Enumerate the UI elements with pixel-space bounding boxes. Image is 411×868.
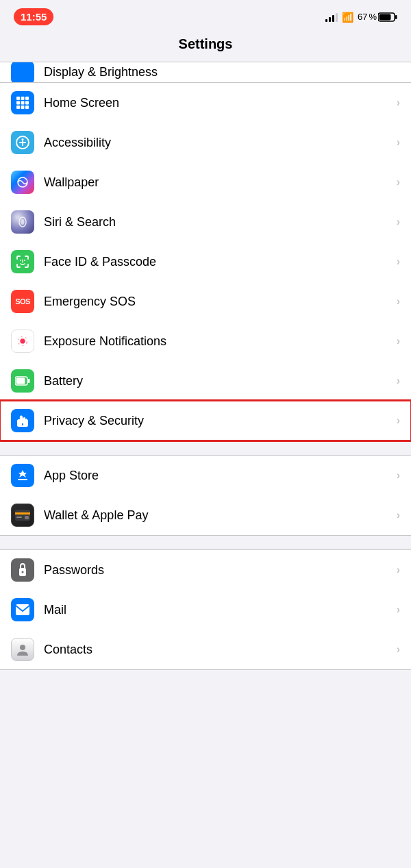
home-screen-label: Home Screen (44, 96, 397, 110)
siri-icon (11, 210, 34, 234)
battery-chevron: › (397, 375, 400, 387)
passwords-label: Passwords (44, 563, 397, 578)
siri-chevron: › (397, 216, 400, 228)
svg-rect-1 (395, 15, 397, 19)
contacts-icon (11, 638, 34, 661)
section-apps-group: Passwords › Mail › Contacts › (0, 549, 411, 670)
svg-rect-31 (25, 516, 29, 519)
setting-row-wallpaper[interactable]: Wallpaper › (0, 162, 411, 202)
privacy-chevron: › (397, 414, 400, 427)
section-list-store: App Store › Wallet & Apple Pay › (0, 455, 411, 536)
battery-icon (11, 369, 34, 393)
mail-chevron: › (397, 604, 400, 616)
passwords-icon (11, 558, 34, 582)
emergency-sos-label: Emergency SOS (44, 295, 397, 309)
display-brightness-icon (11, 62, 34, 83)
exposure-chevron: › (397, 335, 400, 347)
setting-row-wallet[interactable]: Wallet & Apple Pay › (0, 495, 411, 535)
svg-point-13 (22, 138, 24, 140)
mail-icon (11, 598, 34, 621)
svg-point-20 (24, 260, 25, 261)
accessibility-label: Accessibility (44, 136, 397, 150)
contacts-chevron: › (397, 643, 400, 656)
face-id-icon (11, 250, 34, 273)
app-store-chevron: › (397, 469, 400, 482)
section-display-group: Display & Brightness Home Screen (0, 62, 411, 441)
svg-rect-9 (16, 106, 20, 109)
setting-row-home-screen[interactable]: Home Screen › (0, 83, 411, 123)
emergency-sos-chevron: › (397, 295, 400, 308)
page-title: Settings (0, 31, 411, 62)
svg-rect-5 (25, 97, 29, 100)
face-id-label: Face ID & Passcode (44, 255, 397, 269)
home-screen-icon (11, 91, 34, 114)
wallpaper-label: Wallpaper (44, 175, 397, 190)
setting-row-contacts[interactable]: Contacts › (0, 630, 411, 669)
setting-row-mail[interactable]: Mail › (0, 590, 411, 630)
accessibility-chevron: › (397, 136, 400, 149)
svg-rect-3 (16, 97, 20, 100)
svg-rect-8 (25, 101, 29, 105)
home-screen-chevron: › (397, 97, 400, 109)
svg-rect-6 (16, 101, 20, 105)
section-list-apps: Passwords › Mail › Contacts › (0, 549, 411, 670)
app-store-label: App Store (44, 469, 397, 483)
setting-row-accessibility[interactable]: Accessibility › (0, 123, 411, 162)
battery-shape (378, 12, 397, 22)
setting-row-app-store[interactable]: App Store › (0, 456, 411, 495)
section-list-display: Display & Brightness Home Screen (0, 62, 411, 441)
svg-rect-30 (15, 512, 30, 514)
status-time: 11:55 (14, 8, 53, 25)
signal-icon (325, 12, 338, 22)
section-store-group: App Store › Wallet & Apple Pay › (0, 455, 411, 536)
wallpaper-icon (11, 171, 34, 194)
accessibility-icon (11, 131, 34, 154)
battery-status-icon: 67 % (358, 12, 397, 22)
passwords-chevron: › (397, 564, 400, 576)
svg-rect-35 (16, 604, 29, 615)
partial-display-row: Display & Brightness (0, 62, 411, 83)
partial-display-label: Display & Brightness (44, 65, 158, 79)
svg-rect-4 (21, 97, 25, 100)
wallet-label: Wallet & Apple Pay (44, 508, 397, 523)
wifi-icon: 📶 (342, 12, 353, 23)
exposure-label: Exposure Notifications (44, 334, 397, 349)
svg-rect-7 (21, 101, 25, 105)
setting-row-emergency-sos[interactable]: SOS Emergency SOS › (0, 282, 411, 321)
status-bar: 11:55 📶 67 % (0, 0, 411, 31)
siri-label: Siri & Search (44, 215, 397, 230)
setting-row-face-id[interactable]: Face ID & Passcode › (0, 242, 411, 282)
svg-point-34 (22, 571, 24, 573)
exposure-icon (11, 330, 34, 353)
setting-row-passwords[interactable]: Passwords › (0, 550, 411, 590)
svg-point-19 (20, 260, 21, 261)
setting-row-battery[interactable]: Battery › (0, 361, 411, 401)
svg-rect-26 (28, 379, 30, 383)
wallet-chevron: › (397, 509, 400, 521)
wallpaper-chevron: › (397, 176, 400, 188)
wallet-icon (11, 504, 34, 527)
svg-rect-11 (25, 106, 29, 109)
svg-point-18 (21, 219, 25, 225)
app-store-icon (11, 464, 34, 487)
svg-rect-10 (21, 106, 25, 109)
setting-row-privacy[interactable]: Privacy & Security › (0, 401, 411, 441)
setting-row-siri[interactable]: Siri & Search › (0, 202, 411, 242)
status-icons: 📶 67 % (325, 12, 397, 23)
battery-label: Battery (44, 374, 397, 388)
mail-label: Mail (44, 603, 397, 617)
svg-rect-27 (16, 378, 25, 384)
svg-point-36 (20, 645, 25, 650)
contacts-label: Contacts (44, 643, 397, 657)
emergency-sos-icon: SOS (11, 290, 34, 313)
face-id-chevron: › (397, 256, 400, 268)
svg-rect-2 (379, 14, 391, 20)
privacy-label: Privacy & Security (44, 414, 397, 428)
privacy-icon (11, 409, 34, 432)
setting-row-exposure[interactable]: Exposure Notifications › (0, 321, 411, 361)
svg-rect-32 (16, 517, 22, 518)
